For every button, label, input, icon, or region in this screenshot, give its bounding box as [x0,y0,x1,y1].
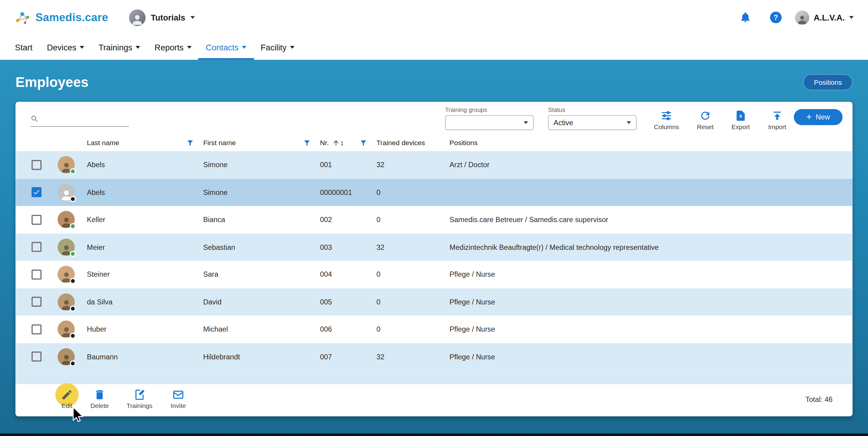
row-checkbox[interactable] [32,297,42,307]
user-avatar [795,10,809,25]
column-header-trained-devices[interactable]: Trained devices [376,139,450,147]
cell-last-name: Abels [87,161,203,169]
table-row[interactable]: Abels Simone 00000001 0 [16,179,852,206]
positions-button[interactable]: Positions [803,74,852,90]
trash-icon [94,388,105,401]
user-name: A.L.V.A. [814,13,845,22]
cell-nr: 002 [320,215,376,224]
import-button-label: Import [768,123,786,130]
cell-first-name: David [203,298,320,306]
table-row[interactable]: Baumann Hildebrandt 007 32 Pflege / Nurs… [16,343,852,371]
avatar [58,238,75,255]
row-checkbox[interactable] [32,187,42,197]
row-avatar-cell [58,321,87,338]
nav-item-start[interactable]: Start [15,35,33,60]
page-title: Employees [16,74,88,90]
help-icon[interactable]: ? [770,12,782,24]
table-row[interactable]: da Silva David 005 0 Pflege / Nurse [16,288,852,316]
row-checkbox[interactable] [32,215,42,224]
delete-button[interactable]: Delete [82,388,117,409]
cell-positions: Arzt / Doctor [450,161,852,169]
import-button[interactable]: Import [760,110,795,130]
search-box [30,111,129,127]
delete-button-label: Delete [91,403,109,409]
new-button[interactable]: + New [794,109,842,125]
trainings-button[interactable]: Trainings [122,388,157,409]
nav-item-trainings[interactable]: Trainings [99,35,140,60]
reset-refresh-icon [699,110,711,122]
row-checkbox-cell [16,160,57,170]
training-groups-select[interactable] [445,115,534,130]
avatar [58,184,75,201]
cell-nr: 006 [320,325,376,334]
brand-name: Samedis.care [35,11,108,24]
invite-button[interactable]: Invite [160,388,196,409]
employees-card: Training groups Status Active Colum [16,102,852,416]
avatar [58,321,75,338]
nav-item-reports[interactable]: Reports [154,35,191,60]
nav-label: Facility [261,42,287,52]
nav-label: Contacts [206,42,239,52]
reset-button[interactable]: Reset [688,110,723,130]
column-label: Last name [87,139,119,147]
table-row[interactable]: Abels Simone 001 32 Arzt / Doctor [16,151,852,179]
nav-item-facility[interactable]: Facility [261,35,294,60]
notifications-bell-icon[interactable] [740,12,751,24]
status-label: Status [548,106,637,113]
search-input[interactable] [43,114,129,123]
cell-first-name: Simone [203,161,320,169]
status-select[interactable]: Active [548,115,637,130]
row-avatar-cell [58,238,87,255]
export-excel-icon: X [735,110,747,122]
cell-last-name: da Silva [87,298,203,306]
sort-asc-icon: 1 [332,139,343,147]
nav-item-contacts[interactable]: Contacts [206,35,246,60]
training-groups-label: Training groups [445,106,534,113]
page-head: Employees Positions [16,60,852,90]
cell-positions: Samedis.care Betreuer / Samedis.care sup… [450,215,852,224]
row-checkbox-cell [16,215,57,224]
avatar [58,293,75,310]
edit-button[interactable]: Edit [49,388,85,409]
cell-trained-devices: 0 [376,215,450,224]
export-button[interactable]: X Export [723,110,758,130]
table-row[interactable]: Huber Michael 006 0 Pflege / Nurse [16,316,852,343]
tutorials-menu[interactable]: Tutorials [129,9,195,26]
tutorials-avatar [129,9,146,26]
columns-button[interactable]: Columns [649,110,684,130]
cell-first-name: Sara [203,270,320,279]
table-row[interactable]: Steiner Sara 004 0 Pflege / Nurse [16,261,852,288]
row-checkbox[interactable] [32,352,42,362]
filter-icon[interactable] [303,139,311,147]
row-checkbox[interactable] [32,242,42,252]
document-edit-icon [133,388,146,401]
row-avatar-cell [58,266,87,283]
filter-icon[interactable] [359,139,368,147]
brand[interactable]: Samedis.care [14,10,108,25]
column-header-last-name[interactable]: Last name [87,139,203,147]
column-header-first-name[interactable]: First name [203,139,320,147]
nav-item-devices[interactable]: Devices [47,35,84,60]
cell-last-name: Keller [87,215,203,224]
status-field: Status Active [548,106,637,130]
table-header: Last name First name Nr. 1 Tra [16,134,852,151]
action-bar: Edit Delete Trainings Invite [16,384,852,416]
row-checkbox[interactable] [32,160,42,170]
column-header-positions[interactable]: Positions [450,139,852,147]
row-checkbox[interactable] [32,324,42,334]
cell-first-name: Simone [203,188,320,196]
table-row[interactable]: Meier Sebastian 003 32 Medizintechnik Be… [16,233,852,261]
status-dot [70,333,76,339]
import-upload-icon [771,110,783,122]
row-checkbox[interactable] [32,270,42,279]
filter-icon[interactable] [186,139,194,147]
cell-nr: 001 [320,161,376,169]
column-label: Positions [450,139,477,147]
trainings-button-label: Trainings [126,403,152,409]
status-dot [70,168,76,175]
new-button-label: New [816,113,830,121]
app-window: Samedis.care Tutorials ? A.L.V.A. St [0,0,868,436]
column-header-nr[interactable]: Nr. 1 [320,139,376,147]
user-menu[interactable]: A.L.V.A. [795,10,854,25]
table-row[interactable]: Keller Bianca 002 0 Samedis.care Betreue… [16,206,852,233]
